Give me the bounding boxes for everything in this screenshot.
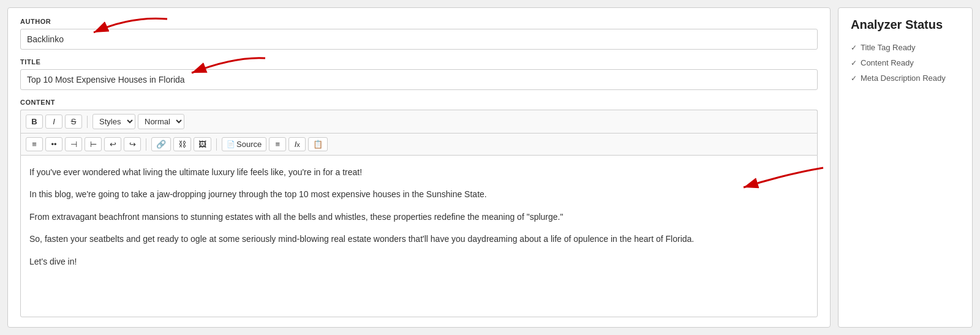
indent-decrease-button[interactable]: ⊣ [65, 137, 82, 151]
title-label: TITLE [20, 58, 818, 66]
analyzer-status-title: Analyzer Status [851, 18, 960, 32]
content-editor[interactable]: If you've ever wondered what living the … [20, 155, 818, 317]
author-section: AUTHOR [20, 18, 818, 50]
toolbar-divider-1 [87, 116, 88, 128]
toolbar-row-2: ≡ •• ⊣ ⊢ ↩ ↪ 🔗 ⛓ 🖼 📄 Source ≡ Ix 📋 [20, 133, 818, 155]
styles-select[interactable]: Styles [92, 114, 135, 129]
content-paragraph-5: Let's dive in! [29, 255, 809, 268]
check-icon-title-tag: ✓ [851, 43, 857, 52]
bold-button[interactable]: B [26, 115, 43, 129]
undo-button[interactable]: ↩ [104, 137, 121, 151]
redo-button[interactable]: ↪ [124, 137, 141, 151]
status-item-content: ✓ Content Ready [851, 58, 960, 67]
unlink-button[interactable]: ⛓ [173, 137, 191, 151]
ordered-list-button[interactable]: ≡ [26, 137, 43, 151]
content-paragraph-1: If you've ever wondered what living the … [29, 165, 809, 179]
sidebar-panel: Analyzer Status ✓ Title Tag Ready ✓ Cont… [838, 7, 973, 328]
status-label-content: Content Ready [861, 58, 914, 67]
check-icon-content: ✓ [851, 59, 857, 67]
link-button[interactable]: 🔗 [151, 137, 171, 151]
source-button[interactable]: 📄 Source [222, 137, 266, 151]
author-label: AUTHOR [20, 18, 818, 25]
check-icon-meta: ✓ [851, 74, 857, 83]
toolbar-divider-3 [216, 138, 217, 151]
italic-button[interactable]: I [45, 115, 62, 129]
author-input[interactable] [20, 29, 818, 50]
unordered-list-button[interactable]: •• [45, 137, 62, 151]
indent-increase-button[interactable]: ⊢ [85, 137, 102, 151]
status-label-meta: Meta Description Ready [861, 73, 946, 83]
status-label-title-tag: Title Tag Ready [861, 43, 916, 52]
image-button[interactable]: 🖼 [194, 137, 211, 151]
content-section: CONTENT B I S Styles Normal ≡ •• ⊣ ⊢ [20, 99, 818, 317]
status-item-title-tag: ✓ Title Tag Ready [851, 43, 960, 52]
clear-format-button[interactable]: Ix [288, 137, 306, 151]
editor-panel: AUTHOR TITLE [7, 7, 831, 328]
title-section: TITLE [20, 58, 818, 90]
content-paragraph-4: So, fasten your seatbelts and get ready … [29, 232, 809, 246]
content-paragraph-2: In this blog, we're going to take a jaw-… [29, 187, 809, 201]
status-item-meta-description: ✓ Meta Description Ready [851, 73, 960, 83]
content-paragraph-3: From extravagant beachfront mansions to … [29, 210, 809, 224]
strike-button[interactable]: S [65, 115, 82, 129]
format-select[interactable]: Normal [138, 114, 184, 129]
toolbar-row-1: B I S Styles Normal [20, 110, 818, 133]
title-input[interactable] [20, 69, 818, 90]
main-container: AUTHOR TITLE [0, 0, 980, 335]
toolbar-divider-2 [146, 138, 146, 151]
paste-plain-button[interactable]: 📋 [308, 137, 328, 151]
align-button[interactable]: ≡ [269, 137, 286, 151]
content-label: CONTENT [20, 99, 818, 106]
